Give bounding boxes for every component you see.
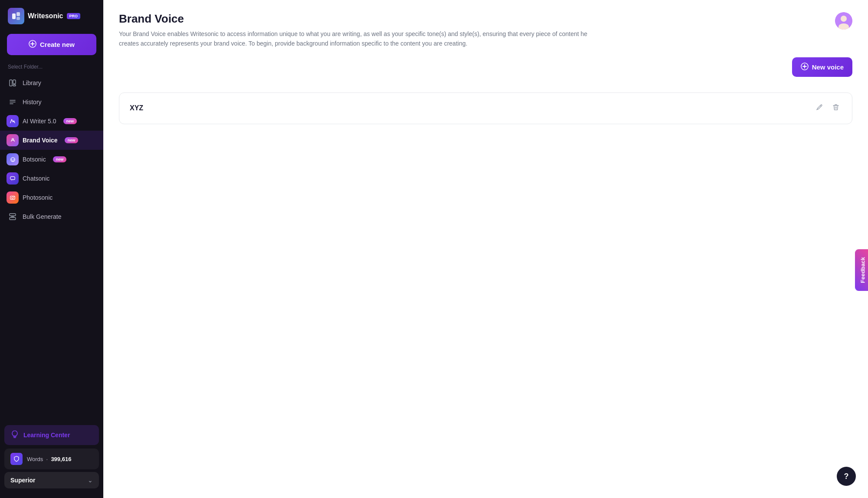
photosonic-icon — [8, 193, 17, 202]
sidebar-item-bulk-generate[interactable]: Bulk Generate — [0, 207, 103, 226]
sidebar-item-learning-center[interactable]: Learning Center — [4, 425, 99, 445]
sidebar-bottom: Learning Center Words · 399,616 Superior… — [0, 423, 103, 498]
svg-rect-18 — [10, 214, 16, 216]
voice-name: XYZ — [130, 104, 143, 112]
sidebar-item-history[interactable]: History — [0, 92, 103, 112]
lightbulb-icon — [10, 430, 19, 440]
brand-voice-icon — [8, 135, 17, 145]
learning-center-label: Learning Center — [23, 432, 70, 439]
edit-voice-button[interactable] — [814, 102, 825, 115]
plus-icon — [801, 63, 809, 72]
help-button[interactable]: ? — [837, 467, 856, 486]
new-voice-label: New voice — [812, 63, 844, 71]
voice-card: XYZ — [119, 92, 852, 124]
svg-point-17 — [14, 196, 15, 197]
page-header: Brand Voice Your Brand Voice enables Wri… — [103, 0, 868, 57]
top-actions: New voice — [119, 57, 852, 86]
sidebar: Writesonic PRO Create new Select Folder.… — [0, 0, 103, 498]
svg-point-22 — [841, 16, 847, 22]
chatsonic-label: Chatsonic — [23, 175, 49, 182]
brand-voice-label: Brand Voice — [23, 137, 58, 144]
content-area: New voice XYZ — [103, 57, 868, 498]
svg-rect-0 — [12, 13, 16, 19]
bulk-generate-icon — [8, 212, 17, 221]
ai-writer-icon — [8, 116, 17, 126]
page-description: Your Brand Voice enables Writesonic to a… — [119, 29, 596, 49]
create-new-label: Create new — [40, 41, 75, 48]
bulk-generate-label: Bulk Generate — [23, 213, 62, 220]
history-label: History — [23, 99, 42, 106]
feedback-tab[interactable]: Feedback — [855, 249, 868, 291]
quality-label: Superior — [10, 477, 36, 484]
sidebar-item-library[interactable]: Library — [0, 73, 103, 92]
svg-rect-2 — [16, 17, 20, 20]
library-icon — [8, 78, 17, 88]
logo-text: Writesonic — [28, 12, 63, 20]
words-icon — [10, 453, 23, 465]
svg-line-27 — [820, 106, 821, 106]
sidebar-item-chatsonic[interactable]: Chatsonic — [0, 169, 103, 188]
ai-writer-new-badge: new — [63, 118, 77, 124]
svg-rect-8 — [13, 85, 16, 86]
create-new-button[interactable]: Create new — [7, 34, 96, 55]
voice-actions — [814, 102, 842, 115]
photosonic-label: Photosonic — [23, 194, 53, 201]
pro-badge: PRO — [67, 13, 81, 19]
sidebar-item-brand-voice[interactable]: Brand Voice new — [0, 131, 103, 150]
botsonic-label: Botsonic — [23, 156, 46, 163]
main-content: Brand Voice Your Brand Voice enables Wri… — [103, 0, 868, 498]
logo-area: Writesonic PRO — [0, 0, 103, 30]
ai-writer-label: AI Writer 5.0 — [23, 118, 56, 125]
botsonic-new-badge: new — [53, 156, 67, 162]
words-count-value: 399,616 — [51, 456, 71, 462]
svg-rect-7 — [13, 80, 16, 84]
edit-icon — [815, 103, 823, 113]
avatar[interactable] — [835, 12, 852, 30]
sidebar-item-botsonic[interactable]: Botsonic new — [0, 150, 103, 169]
library-label: Library — [23, 79, 41, 86]
svg-rect-19 — [10, 218, 16, 220]
header-text: Brand Voice Your Brand Voice enables Wri… — [119, 12, 596, 49]
words-text: Words · 399,616 — [27, 456, 71, 462]
svg-point-12 — [11, 159, 12, 160]
chevron-down-icon: ⌄ — [88, 477, 93, 484]
trash-icon — [832, 103, 840, 113]
svg-rect-14 — [10, 177, 15, 180]
plus-circle-icon — [29, 40, 36, 49]
quality-selector[interactable]: Superior ⌄ — [4, 472, 99, 488]
page-title: Brand Voice — [119, 12, 596, 26]
svg-point-10 — [12, 138, 13, 140]
svg-point-13 — [13, 159, 14, 160]
new-voice-button[interactable]: New voice — [792, 57, 852, 77]
chatsonic-icon — [8, 174, 17, 183]
select-folder-label: Select Folder... — [0, 62, 103, 73]
avatar-image — [835, 12, 852, 30]
delete-voice-button[interactable] — [830, 102, 842, 115]
svg-rect-6 — [10, 80, 12, 86]
svg-rect-1 — [16, 12, 20, 16]
botsonic-icon — [8, 155, 17, 164]
history-icon — [8, 97, 17, 107]
sidebar-item-ai-writer[interactable]: AI Writer 5.0 new — [0, 112, 103, 131]
brand-voice-new-badge: new — [65, 137, 79, 143]
sidebar-item-photosonic[interactable]: Photosonic — [0, 188, 103, 207]
words-counter: Words · 399,616 — [4, 449, 99, 469]
logo-icon — [8, 8, 24, 24]
svg-point-16 — [12, 197, 13, 198]
